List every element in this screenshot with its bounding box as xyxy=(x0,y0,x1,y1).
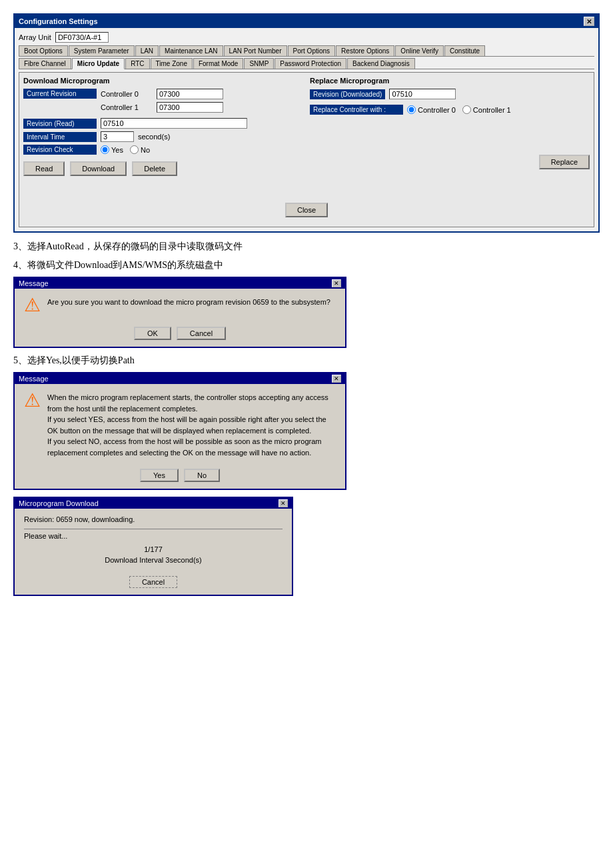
replace-controller0-label[interactable]: Controller 0 xyxy=(407,105,456,114)
tab-lan[interactable]: LAN xyxy=(135,45,159,56)
msg-dialog-1-text: Are you sure you want to download the mi… xyxy=(47,297,336,308)
warning-icon-2: ⚠ xyxy=(24,389,41,411)
msg-dialog-1-title: Message ✕ xyxy=(15,278,345,289)
download-dialog-close[interactable]: ✕ xyxy=(279,499,288,507)
tab-backend-diagnosis[interactable]: Backend Diagnosis xyxy=(347,58,415,69)
replace-panel: Replace Microprogram Revision (Downloade… xyxy=(310,77,590,176)
tab-time-zone[interactable]: Time Zone xyxy=(151,58,193,69)
tab-rtc[interactable]: RTC xyxy=(125,58,149,69)
controller0-label: Controller 0 xyxy=(101,90,154,98)
step3-text: 3、选择AutoRead，从保存的微码的目录中读取微码文件 xyxy=(13,241,600,253)
controller0-value[interactable] xyxy=(157,89,223,99)
please-wait-text: Please wait... xyxy=(24,532,283,540)
controller1-label: Controller 1 xyxy=(101,103,154,111)
msg-dialog-2-close[interactable]: ✕ xyxy=(332,375,341,383)
msg-dialog-1-title-text: Message xyxy=(19,279,49,287)
tab-boot-options[interactable]: Boot Options xyxy=(19,45,68,56)
msg-cancel-button[interactable]: Cancel xyxy=(177,327,226,340)
controller1-row: Controller 1 xyxy=(101,102,223,113)
tabs-row-2: Fibre Channel Micro Update RTC Time Zone… xyxy=(19,58,594,69)
array-unit-input[interactable] xyxy=(55,32,109,43)
replace-controller1-radio[interactable] xyxy=(462,105,471,114)
delete-button[interactable]: Delete xyxy=(132,161,177,176)
tab-restore-options[interactable]: Restore Options xyxy=(336,45,394,56)
revision-check-yes-label[interactable]: Yes xyxy=(101,145,123,154)
revision-read-label: Revision (Read) xyxy=(23,119,97,129)
dialog-title-text: Configuration Settings xyxy=(19,17,98,25)
revision-check-no-label[interactable]: No xyxy=(130,145,150,154)
replace-controller1-label[interactable]: Controller 1 xyxy=(462,105,511,114)
interval-text: Download Interval 3second(s) xyxy=(24,556,283,564)
revision-check-radios: Yes No xyxy=(101,145,150,154)
array-unit-row: Array Unit xyxy=(19,32,594,43)
download-cancel-button[interactable]: Cancel xyxy=(129,576,177,588)
download-dialog-title-text: Microprogram Download xyxy=(19,499,99,507)
controller0-row: Controller 0 xyxy=(101,89,223,99)
replace-header: Replace Microprogram xyxy=(310,77,590,85)
close-button[interactable]: Close xyxy=(285,203,328,217)
interval-time-label: Interval Time xyxy=(23,132,97,142)
revision-read-value[interactable] xyxy=(101,118,247,129)
tab-snmp[interactable]: SNMP xyxy=(244,58,274,69)
tab-password-protection[interactable]: Password Protection xyxy=(275,58,346,69)
tab-maintenance-lan[interactable]: Maintenance LAN xyxy=(159,45,223,56)
tab-fibre-channel[interactable]: Fibre Channel xyxy=(19,58,71,69)
message-dialog-2: Message ✕ ⚠ When the micro program repla… xyxy=(13,372,346,490)
tab-online-verify[interactable]: Online Verify xyxy=(395,45,444,56)
controller1-value[interactable] xyxy=(157,102,223,113)
msg-dialog-2-buttons: Yes No xyxy=(15,466,345,489)
msg-dialog-2-title-text: Message xyxy=(19,375,49,383)
dialog-title-bar: Configuration Settings ✕ xyxy=(15,15,598,28)
close-row: Close xyxy=(23,203,590,223)
revision-check-no-radio[interactable] xyxy=(130,145,139,154)
two-panel: Download Microprogram Current Revision C… xyxy=(23,77,590,176)
step5-text: 5、选择Yes,以便手动切换Path xyxy=(13,355,600,367)
interval-time-value[interactable] xyxy=(101,131,134,142)
interval-time-unit: second(s) xyxy=(138,133,170,141)
msg-dialog-1-buttons: OK Cancel xyxy=(15,324,345,347)
warning-icon: ⚠ xyxy=(24,294,41,316)
config-settings-dialog: Configuration Settings ✕ Array Unit Boot… xyxy=(13,13,600,233)
read-button[interactable]: Read xyxy=(23,161,65,176)
revision-downloaded-value[interactable] xyxy=(389,89,456,99)
revision-downloaded-label: Revision (Downloaded) xyxy=(310,89,385,99)
download-dialog-title: Microprogram Download ✕ xyxy=(15,498,292,509)
msg-dialog-2-body: ⚠ When the micro program replacement sta… xyxy=(15,384,345,466)
download-buttons-row: Read Download Delete xyxy=(23,161,303,176)
replace-controller-radios: Controller 0 Controller 1 xyxy=(407,105,511,114)
message-dialog-1: Message ✕ ⚠ Are you sure you want to dow… xyxy=(13,277,346,348)
tab-constitute[interactable]: Constitute xyxy=(444,45,485,56)
dialog-body: Array Unit Boot Options System Parameter… xyxy=(15,28,598,231)
tab-format-mode[interactable]: Format Mode xyxy=(193,58,243,69)
tab-system-parameter[interactable]: System Parameter xyxy=(69,45,135,56)
tab-lan-port-number[interactable]: LAN Port Number xyxy=(224,45,287,56)
msg-yes-button[interactable]: Yes xyxy=(140,469,179,482)
msg-dialog-2-text: When the micro program replacement start… xyxy=(47,392,336,458)
array-unit-label: Array Unit xyxy=(19,33,51,41)
download-button[interactable]: Download xyxy=(70,161,127,176)
download-header: Download Microprogram xyxy=(23,77,303,85)
download-revision-text: Revision: 0659 now, downloading. xyxy=(24,515,283,523)
replace-button[interactable]: Replace xyxy=(539,155,590,169)
download-panel: Download Microprogram Current Revision C… xyxy=(23,77,303,176)
main-content-area: Download Microprogram Current Revision C… xyxy=(19,72,594,227)
msg-dialog-1-body: ⚠ Are you sure you want to download the … xyxy=(15,289,345,324)
current-revision-label: Current Revision xyxy=(23,89,97,99)
replace-controller0-radio[interactable] xyxy=(407,105,416,114)
progress-count: 1/177 xyxy=(24,545,283,553)
msg-no-button[interactable]: No xyxy=(184,469,220,482)
download-dialog-body: Revision: 0659 now, downloading. Please … xyxy=(15,509,292,573)
msg-dialog-1-close[interactable]: ✕ xyxy=(332,279,341,287)
tab-port-options[interactable]: Port Options xyxy=(288,45,336,56)
tabs-row-1: Boot Options System Parameter LAN Mainte… xyxy=(19,45,594,57)
revision-check-label: Revision Check xyxy=(23,145,97,155)
msg-dialog-2-title: Message ✕ xyxy=(15,373,345,384)
tab-micro-update[interactable]: Micro Update xyxy=(72,58,125,69)
step4-text: 4、将微码文件Download到AMS/WMS的系统磁盘中 xyxy=(13,259,600,271)
current-revision-fields: Controller 0 Controller 1 xyxy=(101,89,223,115)
revision-check-yes-radio[interactable] xyxy=(101,145,109,154)
download-cancel-row: Cancel xyxy=(15,573,292,595)
msg-ok-button[interactable]: OK xyxy=(134,327,171,340)
replace-controller-label: Replace Controller with : xyxy=(310,105,403,115)
dialog-close-button[interactable]: ✕ xyxy=(584,17,594,26)
